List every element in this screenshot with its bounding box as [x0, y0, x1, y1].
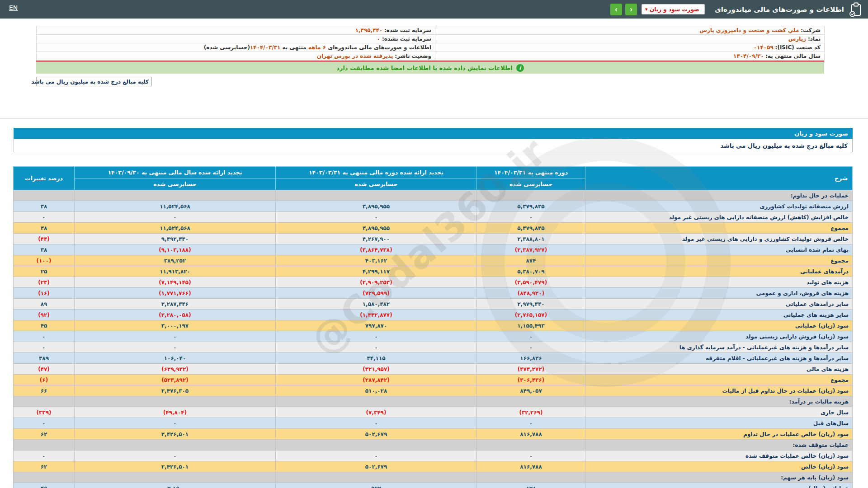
row-value: (۸۴۸,۹۲۰): [477, 288, 585, 299]
row-value: ۲,۲۸۷,۳۴۶: [75, 299, 276, 310]
row-value: [14, 190, 75, 201]
row-value: ۰: [477, 450, 585, 461]
row-value: ۸۴۹,۰۵۷: [477, 385, 585, 396]
row-value: ۲,۴۷۶,۳۰۵: [75, 385, 276, 396]
period-note-middle: منتهی به: [280, 44, 308, 51]
registered-capital-cell: سرمایه ثبت شده: ۱,۳۹۵,۳۴۰: [37, 26, 435, 35]
company-name: ملي کشت و صنعت و دامپروري پارس: [699, 27, 799, 33]
prev-statement-button[interactable]: ‹: [610, 4, 622, 15]
row-value: [75, 440, 276, 450]
row-label: هزینه مالیات بر درآمد:: [585, 396, 853, 407]
row-label: بهای تمام شده انتسابی: [585, 244, 853, 255]
row-label: سال جاری: [585, 407, 853, 418]
units-note-box: کلیه مبالغ درج شده به میلیون ریال می باش…: [36, 77, 152, 86]
row-value: ۹,۴۹۲,۴۴۰: [75, 234, 276, 244]
row-label: هزینه های مالی: [585, 364, 853, 375]
statement-row: سود (زیان) فروش دارایی زیستی مولد۰۰۰۰: [14, 331, 853, 342]
row-value: ۰: [276, 342, 477, 353]
row-label: سود (زیان) خالص عملیات متوقف شده: [585, 450, 853, 461]
row-value: ۸۷۴: [477, 255, 585, 266]
row-value: ۵۱۰,۰۲۸: [276, 385, 477, 396]
row-value: ۸۱۶,۷۸۸: [477, 429, 585, 440]
row-value: ۸۱۶,۷۸۸: [477, 461, 585, 472]
row-value: ۴,۲۶۷,۹۰۰: [276, 234, 477, 244]
row-value: (۳۰۶,۴۳۶): [477, 375, 585, 385]
row-value: ۰: [14, 331, 75, 342]
row-value: [75, 472, 276, 483]
row-value: (۲۳): [14, 277, 75, 288]
fiscal-year-cell: سال مالی منتهی به: ۱۴۰۴/۰۹/۳۰: [435, 52, 825, 61]
top-navigation-bar: EN اطلاعات و صورت‌های مالی میاندوره‌ای ص…: [0, 0, 868, 19]
row-value: ۰: [276, 212, 477, 223]
row-value: ۳۸: [14, 223, 75, 234]
language-toggle-en[interactable]: EN: [9, 4, 18, 11]
statement-title-bar: صورت سود و زیان: [14, 128, 853, 139]
section-header-row: سود (زیان) پایه هر سهم:: [14, 472, 853, 483]
row-value: ۱۱,۵۲۴,۵۶۸: [75, 223, 276, 234]
row-value: ۴,۲۹۹,۱۱۷: [276, 266, 477, 277]
isic-cell: کد صنعت (ISIC): ۰۱۴۰۵۹: [435, 43, 825, 52]
row-value: ۶۲: [14, 429, 75, 440]
row-label: خالص افزایش (کاهش) ارزش منصفانه دارایی ه…: [585, 212, 853, 223]
statement-row: سایر درآمدهای عملیاتی۲,۹۷۹,۳۴۰۱,۵۸۰,۴۸۲۲…: [14, 299, 853, 310]
row-value: ۰: [75, 331, 276, 342]
row-value: ۳,۸۹۵,۹۵۵: [276, 223, 477, 234]
row-label: مجموع: [585, 375, 853, 385]
row-value: ۰: [477, 331, 585, 342]
row-value: (۴۷): [14, 364, 75, 375]
row-value: (۷,۱۴۹,۱۴۵): [75, 277, 276, 288]
row-value: ۲,۹۷۹,۳۴۰: [477, 299, 585, 310]
table-header-row: شرح دوره منتهی به ۱۴۰۴/۰۳/۳۱ تجدید ارائه…: [14, 167, 853, 178]
statement-row: ارزش منصفانه تولیدات کشاورزی۵,۳۷۹,۸۳۵۳,۸…: [14, 201, 853, 212]
column-header-pct-change: درصد تغییرات: [14, 167, 75, 190]
row-value: [14, 396, 75, 407]
statement-row: سود (زیان) خالص عملیات در حال تداوم۸۱۶,۷…: [14, 429, 853, 440]
field-label: سرمایه ثبت شده:: [384, 27, 431, 33]
listing-status-cell: وضعیت ناشر: پذیرفته شده در بورس تهران: [37, 52, 435, 61]
field-label: شرکت:: [801, 27, 821, 33]
statement-select-value: صورت سود و زیان: [650, 6, 699, 13]
row-value: ۳۸: [14, 201, 75, 212]
row-value: [477, 190, 585, 201]
row-value: ۱۰۶,۰۴۰: [75, 353, 276, 364]
row-value: (۹۲): [14, 310, 75, 320]
row-value: ۳۸۹,۲۵۲: [75, 255, 276, 266]
ticker-cell: نماد: زپارس: [435, 35, 825, 43]
statement-row: هزینه های مالی(۴۷۳,۲۷۲)(۳۲۱,۹۵۷)(۶۲۹,۹۳۲…: [14, 364, 853, 375]
row-value: ۱,۵۸۰,۴۸۲: [276, 299, 477, 310]
row-value: [477, 440, 585, 450]
audited-subheader: حسابرسی شده: [276, 178, 477, 190]
row-value: [14, 472, 75, 483]
row-value: ۸۹: [14, 299, 75, 310]
row-value: ۰: [477, 418, 585, 429]
audited-subheader: حسابرسی شده: [75, 178, 276, 190]
row-value: (۷۲۹,۵۹۹): [276, 288, 477, 299]
statement-row: هزینه های تولید(۳,۵۹۰,۴۷۹)(۲,۹۰۹,۲۵۳)(۷,…: [14, 277, 853, 288]
row-value: ۲۵: [14, 266, 75, 277]
statement-row: عملیاتی (ریال)۸۲۸۵۷۲۲,۱۵۰۴۵: [14, 483, 853, 488]
row-label: سود (زیان) خالص عملیات در حال تداوم: [585, 429, 853, 440]
row-value: ۱۱,۹۱۳,۸۲۰: [75, 266, 276, 277]
signature-match-text: اطلاعات نمایش داده شده با اطلاعات امضا ش…: [336, 65, 513, 71]
field-label: سال مالی منتهی به:: [765, 53, 821, 59]
row-value: ۳۸۹: [14, 353, 75, 364]
row-label: ارزش منصفانه تولیدات کشاورزی: [585, 201, 853, 212]
statement-row: خالص فروش تولیدات کشاورزی و دارایی های ز…: [14, 234, 853, 244]
row-value: ۴۰۳,۱۶۲: [276, 255, 477, 266]
row-value: ۰: [477, 342, 585, 353]
statement-type-select[interactable]: صورت سود و زیان ▾: [642, 4, 705, 14]
listing-status: پذیرفته شده در بورس تهران: [317, 53, 393, 59]
page-title: اطلاعات و صورت‌های مالی میاندوره‌ای: [715, 5, 844, 14]
statement-row: مجموع۵,۳۷۹,۸۳۵۳,۸۹۵,۹۵۵۱۱,۵۲۴,۵۶۸۳۸: [14, 223, 853, 234]
statement-row: سود (زیان) خالص۸۱۶,۷۸۸۵۰۲,۶۷۹۲,۴۲۶,۵۰۱۶۲: [14, 461, 853, 472]
field-label: کد صنعت (ISIC):: [775, 44, 821, 51]
row-label: سود (زیان) عملیاتی: [585, 320, 853, 331]
row-value: ۰: [14, 450, 75, 461]
fiscal-year-end: ۱۴۰۴/۰۹/۳۰: [733, 53, 764, 59]
next-statement-button[interactable]: ›: [625, 4, 637, 15]
row-label: سود (زیان) خالص: [585, 461, 853, 472]
row-value: ۵۰۲,۶۷۹: [276, 429, 477, 440]
chevron-right-icon: ›: [630, 5, 632, 13]
row-label: سایر درآمدهای عملیاتی: [585, 299, 853, 310]
row-label: سال‌های قبل: [585, 418, 853, 429]
